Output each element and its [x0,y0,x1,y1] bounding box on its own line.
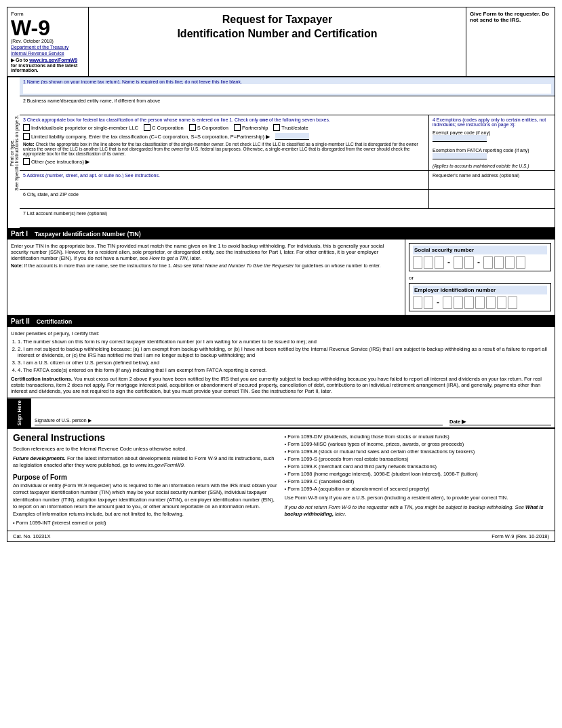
gi-use-w9: Use Form W-9 only if you are a U.S. pers… [285,495,550,502]
form-rev: (Rev. October 2018) [11,39,85,43]
s-corp-checkbox[interactable] [189,124,196,131]
requester-input[interactable] [433,178,551,187]
ssn-box: Social security number - - [409,243,551,271]
ssn-digit-1[interactable] [413,256,422,269]
ein-digit-6[interactable] [475,296,485,309]
general-instructions: General Instructions Section references … [7,429,555,531]
gi-purpose-text: An individual or entity (Form W-9 reques… [13,482,278,518]
cert-instructions-block: Certification instructions. You must cro… [11,376,551,394]
ssn-digit-9[interactable] [516,256,525,269]
ein-fields: - [413,296,547,309]
ssn-segment-3 [483,256,525,269]
gi-bullet-1098: • Form 1098 (home mortgage interest), 10… [285,471,550,477]
date-field[interactable]: Date ▶ [449,419,551,425]
s-corp-checkbox-item[interactable]: S Corporation [189,124,228,131]
ein-digit-5[interactable] [464,296,474,309]
llc-checkbox[interactable] [23,133,30,140]
gi-italic-end: later. [335,511,346,517]
line2-input[interactable] [23,103,551,113]
cert-instructions-text: You must cross out item 2 above if you h… [11,376,542,394]
individual-checkbox-item[interactable]: Individual/sole proprietor or single-mem… [23,124,138,131]
gi-title: General Instructions [13,432,278,443]
or-text: or [409,275,551,281]
trust-checkbox[interactable] [273,124,280,131]
certification-section: Under penalties of perjury, I certify th… [7,327,555,398]
trust-checkbox-item[interactable]: Trust/estate [273,124,308,131]
partnership-checkbox[interactable] [234,124,241,131]
other-row: Other (see instructions) ▶ [23,158,425,165]
dept-treasury: Department of the Treasury [11,45,85,50]
line2-field: 2 Business name/disregarded entity name,… [20,96,555,115]
tin-fields: Social security number - - [405,240,555,315]
requester-block: Requester's name and address (optional) [429,171,555,189]
llc-checkbox-item[interactable]: Limited liability company. Enter the tax… [23,133,270,140]
part1-title: Taxpayer Identification Number (TIN) [35,231,141,237]
gi-left-column: General Instructions Section references … [13,432,278,527]
tin-instructions: Enter your TIN in the appropriate box. T… [7,240,405,315]
form-body: Print or type. See Specific Instructions… [7,77,555,228]
ein-segment-2 [443,296,517,309]
form-w9-page: Form W-9 (Rev. October 2018) Department … [7,7,555,542]
other-label: Other (see instructions) ▶ [31,159,89,165]
part1-number: Part I [11,230,28,237]
c-corp-checkbox[interactable] [144,124,150,131]
signature-field[interactable]: Signature of U.S. person ▶ [35,418,443,425]
ssn-digit-3[interactable] [435,256,444,269]
tin-note-label: Note: [11,263,23,268]
section3-wrap: 3 Check appropriate box for federal tax … [20,115,555,171]
llc-label: Limited liability company. Enter the tax… [31,134,270,140]
gi-right-column: • Form 1099-DIV (dividends, including th… [285,432,550,527]
line7-input[interactable] [23,216,551,225]
gi-italic: If you do not return Form W-9 to the req… [285,504,550,518]
cert-item-3: 3. I am a U.S. citizen or other U.S. per… [18,360,551,366]
go-to-url: ▶ Go to www.irs.gov/FormW9 for instructi… [11,58,85,73]
ein-digit-1[interactable] [413,296,422,309]
exempt-payee-block: Exempt payee code (if any) [433,130,551,142]
line1-field: 1 Name (as shown on your income tax retu… [20,77,555,96]
ein-digit-9[interactable] [508,296,517,309]
exempt-payee-field[interactable] [433,135,487,142]
ssn-digit-8[interactable] [505,256,515,269]
ssn-digit-6[interactable] [483,256,493,269]
form-id-footer: Form W-9 (Rev. 10-2018) [491,533,549,539]
form-fields-block: 1 Name (as shown on your income tax retu… [20,77,555,228]
fatca-block: Exemption from FATCA reporting code (if … [433,148,551,160]
part2-number: Part II [11,318,30,325]
line1-input[interactable] [23,84,551,94]
form-header: Form W-9 (Rev. October 2018) Department … [7,7,555,77]
other-checkbox[interactable] [23,158,30,165]
ssn-digit-4[interactable] [454,256,463,269]
gi-bullet-1099k: • Form 1099-K (merchant card and third p… [285,463,550,470]
gi-bullet-1099c: • Form 1099-C (canceled debt) [285,478,550,484]
line2-label: 2 Business name/disregarded entity name,… [23,98,551,103]
ssn-digit-5[interactable] [464,256,474,269]
ssn-digit-7[interactable] [494,256,504,269]
gi-bullet-1099misc: • Form 1099-MISC (various types of incom… [285,441,550,447]
c-corp-label: C Corporation [152,125,184,131]
tin-note-italic: What Name and Number To Give the Request… [193,263,294,268]
tin-section: Enter your TIN in the appropriate box. T… [7,240,555,315]
ein-digit-3[interactable] [443,296,452,309]
ein-digit-2[interactable] [424,296,433,309]
c-corp-checkbox-item[interactable]: C Corporation [144,124,184,131]
ein-digit-7[interactable] [486,296,496,309]
fatca-field[interactable] [433,153,487,159]
line6-input[interactable] [23,197,425,206]
ssn-label: Social security number [413,246,547,254]
tin-note-text: If the account is in more than one name,… [24,263,191,268]
gi-future-title: Future developments. [13,455,66,461]
ssn-digit-2[interactable] [424,256,433,269]
sign-here-label: Sign Here [7,398,31,427]
tin-instructions-end: later. [190,255,201,261]
ein-digit-8[interactable] [497,296,506,309]
line6-block: 6 City, state, and ZIP code [20,190,429,208]
s-corp-label: S Corporation [197,125,228,131]
requester-address-block [429,190,555,208]
ssn-segment-2 [454,256,474,269]
other-checkbox-item[interactable]: Other (see instructions) ▶ [23,158,89,165]
form-footer: Cat. No. 10231X Form W-9 (Rev. 10-2018) [7,531,555,541]
line5-input[interactable] [23,178,425,187]
partnership-checkbox-item[interactable]: Partnership [234,124,268,131]
individual-checkbox[interactable] [23,124,30,131]
ein-digit-4[interactable] [454,296,463,309]
